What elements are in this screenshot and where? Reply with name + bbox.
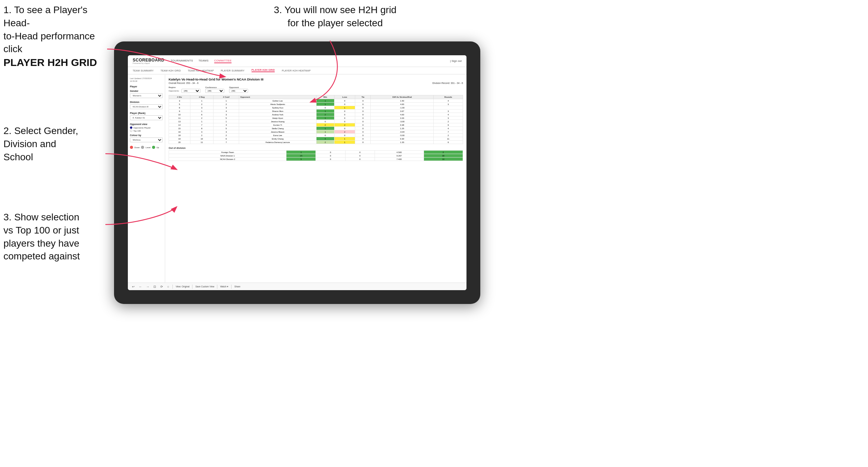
cell-win: 2 bbox=[316, 141, 334, 144]
cell-conf: 5 bbox=[214, 116, 239, 120]
cell-loss: 2 bbox=[334, 123, 355, 127]
navbar: SCOREBOARD Powered by clippd TOURNAMENTS… bbox=[128, 55, 466, 67]
cell-name: Heejo Hyun bbox=[239, 116, 317, 120]
cell-name: Emily Chang bbox=[239, 137, 317, 141]
region-filter-select[interactable]: (All) bbox=[181, 89, 200, 93]
data-panel: Katelyn Vo Head-to-Head Grid for Women's… bbox=[165, 75, 466, 283]
filter-sub-region: Opponents: (All) bbox=[169, 89, 200, 93]
sub-nav-player-summary[interactable]: PLAYER SUMMARY bbox=[221, 69, 245, 72]
sub-nav-player-h2h-grid[interactable]: PLAYER H2H GRID bbox=[252, 69, 275, 72]
cell-rounds bbox=[434, 106, 463, 109]
left-panel: Last Updated: 27/03/202416:55:38 Player … bbox=[128, 75, 165, 283]
cell-win: 1 bbox=[316, 127, 334, 130]
player-rank-select[interactable]: 8. Katelyn Vo bbox=[130, 115, 163, 120]
cell-div: 13 bbox=[169, 120, 190, 123]
instruction-top-right: 3. You will now see H2H gridfor the play… bbox=[263, 3, 408, 30]
toolbar-undo[interactable]: ↩ bbox=[131, 285, 135, 288]
nav-tournaments[interactable]: TOURNAMENTS bbox=[171, 59, 193, 63]
toolbar-save-custom[interactable]: Save Custom View bbox=[195, 285, 214, 288]
cell-win: 2 bbox=[316, 113, 334, 116]
cell-win: 1 bbox=[316, 103, 334, 106]
cell-reg: 10 bbox=[190, 137, 213, 141]
toolbar-forward[interactable]: → bbox=[145, 285, 150, 288]
gender-select[interactable]: Women's Men's bbox=[130, 93, 163, 98]
out-cell-tie: 0 bbox=[345, 151, 375, 154]
cell-reg: 2 bbox=[190, 116, 213, 120]
radio-opponents-played[interactable]: Opponents Played bbox=[130, 126, 163, 129]
cell-div: 18 bbox=[169, 134, 190, 137]
opponent-filter-select[interactable]: (All) bbox=[229, 89, 248, 93]
nav-committee[interactable]: COMMITTEE bbox=[214, 59, 232, 63]
cell-div: 10 bbox=[169, 113, 190, 116]
cell-div: 6 bbox=[169, 106, 190, 109]
division-select[interactable]: NCAA Division III NCAA Division I NCAA D… bbox=[130, 104, 163, 109]
out-cell-loss: 0 bbox=[316, 158, 345, 161]
toolbar-watch[interactable]: Watch ▾ bbox=[220, 285, 228, 288]
cell-reg: 6 bbox=[190, 113, 213, 116]
nav-teams[interactable]: TEAMS bbox=[199, 59, 209, 63]
sub-nav-team-summary[interactable]: TEAM SUMMARY bbox=[133, 69, 154, 72]
table-row: 5 2 2 Alexis Sudjianto 1 0 0 4.00 3 bbox=[169, 103, 463, 106]
toolbar-grid[interactable]: ⊡ bbox=[153, 285, 157, 288]
cell-reg: 11 bbox=[190, 141, 213, 144]
sub-nav-player-h2h-heatmap[interactable]: PLAYER H2H HEATMAP bbox=[282, 69, 311, 72]
cell-tie: 0 bbox=[355, 130, 371, 134]
cell-conf: 2 bbox=[214, 103, 239, 106]
toolbar-share[interactable]: Share bbox=[234, 285, 240, 288]
logo-text: SCOREBOARD bbox=[133, 58, 164, 62]
cell-reg: 3 bbox=[190, 106, 213, 109]
cell-loss: 0 bbox=[334, 103, 355, 106]
cell-win: 1 bbox=[316, 99, 334, 103]
cell-rounds: 2 bbox=[434, 134, 463, 137]
table-row: 10 6 3 Andrea York 2 0 0 4.00 4 bbox=[169, 113, 463, 116]
cell-loss: 1 bbox=[334, 141, 355, 144]
col-diff: Diff Av Strokes/Rnd bbox=[371, 95, 434, 99]
legend-down-label: Down bbox=[134, 146, 140, 149]
col-tie: Tie bbox=[355, 95, 371, 99]
legend-up bbox=[152, 146, 155, 149]
conference-filter-select[interactable]: (All) bbox=[205, 89, 224, 93]
cell-div: 3 bbox=[169, 99, 190, 103]
opponent-view-label: Opponent view bbox=[130, 123, 163, 125]
panel-timestamp: Last Updated: 27/03/202416:55:38 bbox=[130, 77, 163, 83]
sub-nav-team-h2h-heatmap[interactable]: TEAM H2H HEATMAP bbox=[188, 69, 214, 72]
cell-name: Euna Lee bbox=[239, 134, 317, 137]
toolbar-divider-2 bbox=[192, 285, 192, 289]
toolbar-back[interactable]: ← bbox=[138, 285, 143, 288]
sub-nav-team-h2h-grid[interactable]: TEAM H2H GRID bbox=[161, 69, 181, 72]
cell-rounds: 4 bbox=[434, 113, 463, 116]
out-cell-win: 5 bbox=[286, 158, 316, 161]
toolbar-circle[interactable]: ○ bbox=[167, 285, 170, 288]
out-cell-name: NAIA Division 1 bbox=[169, 154, 286, 158]
table-row: 6 3 3 Sydney Kuo 0 1 0 -1.00 bbox=[169, 106, 463, 109]
cell-div: 5 bbox=[169, 103, 190, 106]
cell-rounds: 4 bbox=[434, 99, 463, 103]
table-row: 9 1 4 Sharon Mun 1 0 0 3.67 3 bbox=[169, 109, 463, 113]
filter-opponent: Opponent (All) bbox=[229, 86, 248, 93]
cell-conf: 5 bbox=[214, 127, 239, 130]
division-label: Division bbox=[130, 101, 163, 103]
cell-diff: 3.67 bbox=[371, 109, 434, 113]
out-cell-rounds: 2 bbox=[424, 151, 463, 154]
sign-out-link[interactable]: | Sign out bbox=[450, 59, 462, 63]
legend-down bbox=[130, 146, 133, 149]
cell-name: Alexis Sudjianto bbox=[239, 103, 317, 106]
colour-legend: Down Level Up bbox=[130, 146, 163, 149]
toolbar-divider-1 bbox=[172, 285, 173, 289]
out-cell-tie: 0 bbox=[345, 154, 375, 158]
toolbar-view-original[interactable]: View: Original bbox=[176, 285, 189, 288]
radio-top-100[interactable]: Top 100 bbox=[130, 130, 163, 132]
cell-tie: 0 bbox=[355, 123, 371, 127]
legend-level bbox=[141, 146, 144, 149]
out-cell-diff: 4.500 bbox=[375, 151, 424, 154]
toolbar-refresh[interactable]: ⟳ bbox=[160, 285, 164, 288]
out-cell-name: Foreign Team bbox=[169, 151, 286, 154]
nav-links: TOURNAMENTS TEAMS COMMITTEE bbox=[171, 59, 444, 63]
col-conf: # Conf bbox=[214, 95, 239, 99]
cell-div: 16 bbox=[169, 130, 190, 134]
cell-name: Sharon Mun bbox=[239, 109, 317, 113]
col-loss: Loss bbox=[334, 95, 355, 99]
cell-win: 0 bbox=[316, 134, 334, 137]
colour-by-select[interactable]: Win/loss bbox=[130, 137, 163, 142]
opponent-label: Opponent bbox=[229, 86, 248, 88]
